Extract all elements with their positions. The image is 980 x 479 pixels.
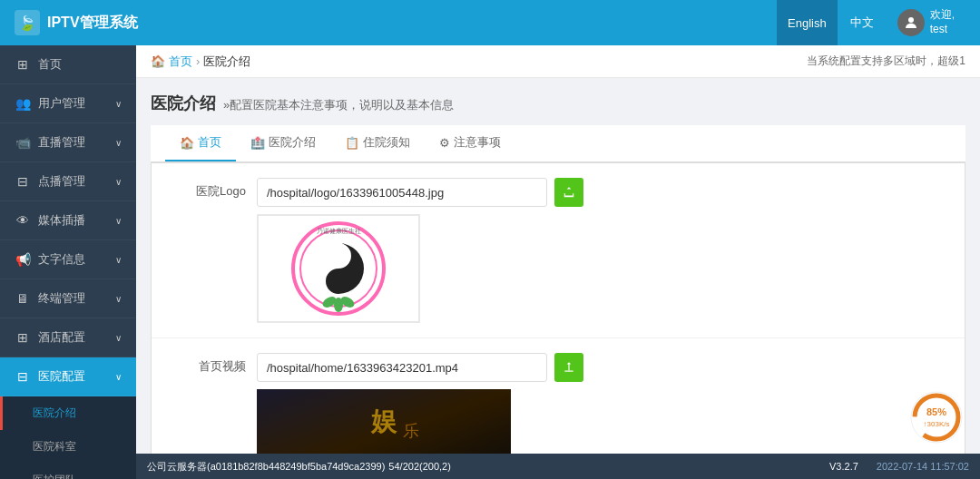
tab-home[interactable]: 🏠 首页 [165,125,236,161]
video-upload-button[interactable] [554,353,583,382]
user-name: 欢迎, test [930,8,955,36]
video-label: 首页视频 [173,353,246,375]
user-menu[interactable]: 欢迎, test [887,0,965,45]
connection-info: 54/202(200,2) [388,461,451,472]
logo-input[interactable] [257,178,547,207]
page-body: 医院介绍 »配置医院基本注意事项，说明以及基本信息 🏠 首页 🏥 医院介绍 📋 … [136,78,980,454]
chevron-down-icon: ∨ [115,138,122,148]
home-tab-icon: 🏠 [180,136,194,150]
video-input[interactable] [257,353,547,382]
sidebar-item-hotel-config[interactable]: ⊞ 酒店配置 ∨ [0,318,136,357]
page-subtitle: »配置医院基本注意事项，说明以及基本信息 [223,97,454,113]
speed-widget: 85% ↑303K/s [907,388,965,446]
hotel-icon: ⊞ [15,330,31,345]
sidebar-item-media-plugin[interactable]: 👁 媒体插播 ∨ [0,201,136,240]
sidebar-item-vod-mgmt[interactable]: ⊟ 点播管理 ∨ [0,162,136,201]
breadcrumb-bar: 🏠 首页 › 医院介绍 当系统配置支持多区域时，超级1 [136,45,980,78]
video-form-content: 娱 乐 ▶ 🔊 ⛶ ⋮ [257,353,943,454]
chevron-down-icon: ∨ [115,216,122,226]
precautions-tab-icon: ⚙ [439,136,450,150]
logo-icon: 🍃 [15,10,40,35]
svg-point-6 [334,277,343,286]
video-input-group [257,353,943,382]
svg-rect-11 [564,371,573,372]
text-icon: 📢 [15,252,31,267]
chevron-down-icon: ∨ [115,255,122,265]
main-content: 🏠 首页 › 医院介绍 当系统配置支持多区域时，超级1 医院介绍 »配置医院基本… [136,45,980,479]
hospital-logo-svg: 乃诺健康医生社 [266,219,411,318]
user-icon: 👥 [15,96,31,111]
sidebar-item-hospital-config[interactable]: ⊟ 医院配置 ∨ [0,357,136,396]
video-preview: 娱 乐 ▶ 🔊 ⛶ ⋮ [257,389,511,454]
svg-text:85%: 85% [926,406,946,417]
sidebar: ⊞ 首页 👥 用户管理 ∨ 📹 直播管理 ∨ ⊟ 点播管理 ∨ 👁 媒体插播 ∨… [0,45,136,479]
svg-text:娱: 娱 [370,407,397,435]
version-info: V3.2.7 [829,461,858,472]
breadcrumb-current: 医院介绍 [203,54,250,70]
tab-bar: 🏠 首页 🏥 医院介绍 📋 住院须知 ⚙ 注意事项 [151,125,965,162]
logo-image-preview: 乃诺健康医生社 [257,214,420,323]
sidebar-item-nursing-team[interactable]: 医护团队 [0,464,136,479]
chevron-down-icon: ∨ [115,294,122,304]
sidebar-item-user-mgmt[interactable]: 👥 用户管理 ∨ [0,84,136,123]
datetime: 2022-07-14 11:57:02 [877,461,969,472]
chevron-down-icon: ∨ [115,177,122,187]
tab-hospital-intro[interactable]: 🏥 医院介绍 [236,125,330,161]
notice-tab-icon: 📋 [345,136,359,150]
hospital-icon: ⊟ [15,369,31,384]
video-thumbnail-svg: 娱 乐 [257,389,511,454]
media-icon: 👁 [15,213,31,228]
svg-text:乐: 乐 [403,422,419,440]
svg-point-0 [908,17,914,23]
sidebar-item-home[interactable]: ⊞ 首页 [0,45,136,84]
svg-text:乃诺健康医生社: 乃诺健康医生社 [317,228,361,235]
svg-text:↑303K/s: ↑303K/s [924,420,950,428]
page-header: 医院介绍 »配置医院基本注意事项，说明以及基本信息 [151,93,965,114]
sidebar-item-terminal-mgmt[interactable]: 🖥 终端管理 ∨ [0,279,136,318]
breadcrumb: 🏠 首页 › 医院介绍 [151,54,250,70]
chevron-down-icon: ∨ [115,372,122,382]
status-left: 公司云服务器(a0181b82f8b448249bf5ba74d9ca2399)… [147,460,451,474]
top-right-area: English 中文 欢迎, test [777,0,965,45]
home-breadcrumb-icon: 🏠 [151,54,165,68]
main-layout: ⊞ 首页 👥 用户管理 ∨ 📹 直播管理 ∨ ⊟ 点播管理 ∨ 👁 媒体插播 ∨… [0,45,980,479]
logo-area: 🍃 IPTV管理系统 [15,10,777,35]
sidebar-item-hospital-intro[interactable]: 医院介绍 [0,396,136,430]
chevron-down-icon: ∨ [115,333,122,343]
logo-input-group [257,178,943,207]
avatar [897,9,925,36]
svg-rect-1 [564,196,573,197]
svg-point-16 [911,392,962,443]
form-content-area: 医院Logo [151,162,965,454]
breadcrumb-home[interactable]: 首页 [169,54,192,70]
page-title: 医院介绍 [151,93,216,114]
logo-form-row: 医院Logo [152,163,965,338]
logo-upload-button[interactable] [554,178,583,207]
hospital-tab-icon: 🏥 [250,136,265,150]
vod-icon: ⊟ [15,174,31,189]
server-info: 公司云服务器(a0181b82f8b448249bf5ba74d9ca2399) [147,460,385,474]
lang-chinese-button[interactable]: 中文 [839,0,885,45]
svg-point-5 [334,251,343,260]
video-form-row: 首页视频 [152,338,965,454]
terminal-icon: 🖥 [15,291,31,306]
breadcrumb-separator: › [196,54,200,68]
sidebar-item-hospital-dept[interactable]: 医院科室 [0,430,136,464]
chevron-down-icon: ∨ [115,99,122,109]
breadcrumb-right-text: 当系统配置支持多区域时，超级1 [807,54,965,69]
logo-label: 医院Logo [173,178,246,200]
svg-point-9 [334,298,343,312]
lang-english-button[interactable]: English [777,0,838,45]
tab-precautions[interactable]: ⚙ 注意事项 [425,125,515,161]
speed-donut-chart: 85% ↑303K/s [907,388,965,446]
status-bar: 公司云服务器(a0181b82f8b448249bf5ba74d9ca2399)… [136,454,980,479]
page-title-row: 医院介绍 »配置医院基本注意事项，说明以及基本信息 [151,93,965,114]
home-icon: ⊞ [15,57,31,72]
sidebar-item-live-mgmt[interactable]: 📹 直播管理 ∨ [0,123,136,162]
sidebar-item-text-info[interactable]: 📢 文字信息 ∨ [0,240,136,279]
tab-hospital-notice[interactable]: 📋 住院须知 [330,125,425,161]
svg-rect-12 [568,363,569,370]
status-right: V3.2.7 2022-07-14 11:57:02 [829,461,969,472]
app-title: IPTV管理系统 [47,14,138,33]
sidebar-submenu-hospital: 医院介绍 医院科室 医护团队 医院设备 满意度调查 医院荣誉 健康科普 [0,396,136,479]
